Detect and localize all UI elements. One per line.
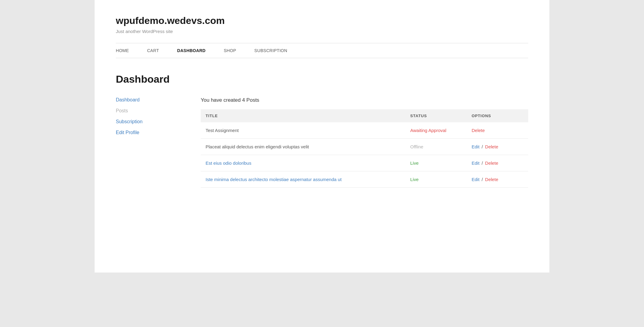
row-status: Offline — [405, 139, 467, 155]
status-badge: Awaiting Approval — [410, 128, 446, 133]
options-separator: / — [482, 144, 484, 149]
nav-item-dashboard[interactable]: DASHBOARD — [177, 48, 206, 53]
site-title: wpufdemo.wedevs.com — [116, 15, 528, 26]
sidebar-link-edit-profile[interactable]: Edit Profile — [116, 130, 183, 135]
main-content: You have created 4 Posts TITLE STATUS OP… — [201, 97, 528, 188]
row-title-text: Placeat aliquid delectus enim eligendi v… — [206, 144, 309, 149]
nav-bar: HOME CART DASHBOARD SHOP SUBSCRIPTION — [116, 43, 528, 58]
nav-item-subscription[interactable]: SUBSCRIPTION — [254, 48, 287, 53]
row-options: Edit / Delete — [467, 139, 528, 155]
row-title: Test Assignment — [201, 122, 405, 139]
row-status: Live — [405, 155, 467, 171]
delete-link[interactable]: Delete — [485, 144, 498, 149]
nav-item-cart[interactable]: CART — [147, 48, 159, 53]
col-header-options: OPTIONS — [467, 109, 528, 122]
edit-link[interactable]: Edit — [471, 144, 479, 149]
row-options: Edit / Delete — [467, 171, 528, 188]
delete-link[interactable]: Delete — [471, 128, 485, 133]
nav-item-home[interactable]: HOME — [116, 48, 129, 53]
edit-link[interactable]: Edit — [471, 177, 479, 182]
col-header-title: TITLE — [201, 109, 405, 122]
delete-link[interactable]: Delete — [485, 177, 498, 182]
nav-item-shop[interactable]: SHOP — [224, 48, 236, 53]
delete-link[interactable]: Delete — [485, 160, 498, 166]
site-tagline: Just another WordPress site — [116, 29, 528, 34]
row-options: Delete — [467, 122, 528, 139]
sidebar: Dashboard Posts Subscription Edit Profil… — [116, 97, 183, 188]
page-wrapper: wpufdemo.wedevs.com Just another WordPre… — [95, 0, 549, 272]
site-header: wpufdemo.wedevs.com Just another WordPre… — [116, 15, 528, 34]
row-title: Placeat aliquid delectus enim eligendi v… — [201, 139, 405, 155]
row-title-text: Test Assignment — [206, 128, 239, 133]
sidebar-link-subscription[interactable]: Subscription — [116, 119, 183, 124]
options-separator: / — [482, 177, 484, 182]
edit-link[interactable]: Edit — [471, 160, 479, 166]
posts-count: You have created 4 Posts — [201, 97, 528, 103]
row-title: Est eius odio doloribus — [201, 155, 405, 171]
page-title: Dashboard — [116, 73, 528, 85]
posts-table: TITLE STATUS OPTIONS Test Assignment Awa… — [201, 109, 528, 188]
row-status: Live — [405, 171, 467, 188]
table-row: Placeat aliquid delectus enim eligendi v… — [201, 139, 528, 155]
status-badge: Offline — [410, 144, 423, 149]
sidebar-link-dashboard[interactable]: Dashboard — [116, 97, 183, 103]
table-row: Iste minima delectus architecto molestia… — [201, 171, 528, 188]
status-badge: Live — [410, 160, 419, 166]
table-header: TITLE STATUS OPTIONS — [201, 109, 528, 122]
table-row: Test Assignment Awaiting Approval Delete — [201, 122, 528, 139]
row-title-link[interactable]: Est eius odio doloribus — [206, 160, 251, 166]
options-separator: / — [482, 160, 484, 166]
sidebar-link-posts[interactable]: Posts — [116, 108, 183, 114]
row-title: Iste minima delectus architecto molestia… — [201, 171, 405, 188]
content-layout: Dashboard Posts Subscription Edit Profil… — [116, 97, 528, 188]
table-body: Test Assignment Awaiting Approval Delete… — [201, 122, 528, 188]
table-row: Est eius odio doloribus Live Edit / Dele… — [201, 155, 528, 171]
col-header-status: STATUS — [405, 109, 467, 122]
row-title-link[interactable]: Iste minima delectus architecto molestia… — [206, 177, 342, 182]
status-badge: Live — [410, 177, 419, 182]
row-status: Awaiting Approval — [405, 122, 467, 139]
row-options: Edit / Delete — [467, 155, 528, 171]
